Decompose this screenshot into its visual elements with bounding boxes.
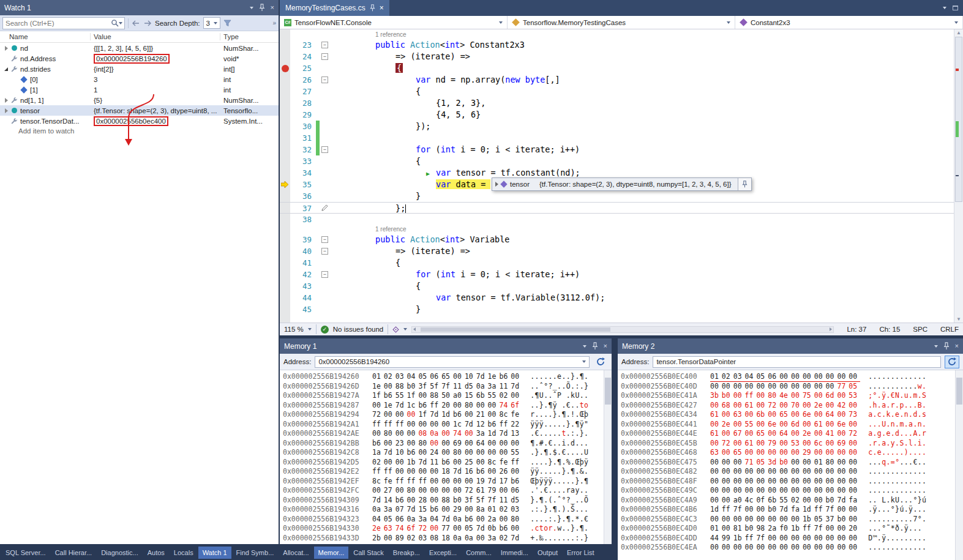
memory-bytes[interactable]: 7d14b600280088b03f5f7f11d5	[372, 496, 522, 506]
bottom-tab-autos[interactable]: Autos	[143, 547, 169, 559]
bottom-tab-call-hierar[interactable]: Call Hierar...	[51, 547, 97, 559]
glyph-margin[interactable]	[280, 257, 290, 269]
bottom-tab-breakp[interactable]: Breakp...	[389, 547, 424, 559]
scroll-left-icon[interactable]	[413, 327, 416, 331]
fold-collapse-icon[interactable]: −	[320, 74, 330, 86]
memory-bytes[interactable]: 63006500000000002900000000	[710, 448, 860, 458]
memory-bytes[interactable]: 00000000000000001b0537b000	[710, 515, 860, 525]
glyph-margin[interactable]	[280, 280, 290, 292]
scrollbar-thumb[interactable]	[605, 378, 611, 405]
bottom-tab-output[interactable]: Output	[533, 547, 562, 559]
code-line[interactable]: 31	[280, 132, 954, 144]
code-line[interactable]: 26−var nd = np.array(new byte[,]	[280, 74, 954, 86]
memory-bytes[interactable]: 0102030405066500107d1eb600	[372, 372, 522, 382]
watch-row[interactable]: [0]3int	[0, 74, 279, 84]
scroll-up-icon[interactable]: ▲	[956, 30, 961, 35]
watch-row-value[interactable]: 0x000002556B194260	[91, 54, 220, 64]
code-line[interactable]: 41{	[280, 257, 954, 269]
address-chevron-icon[interactable]	[582, 360, 586, 363]
insert-mode-indicator[interactable]: SPC	[913, 326, 927, 333]
memory-bytes[interactable]: ffff00000000187d16b6002600	[372, 467, 522, 477]
scrollbar-thumb[interactable]	[956, 378, 962, 405]
memory2-hex-view[interactable]: 0x000002556B0EC4000102030405060000000000…	[618, 370, 963, 560]
glyph-margin[interactable]	[280, 109, 290, 121]
fold-collapse-icon[interactable]: −	[320, 51, 330, 62]
editor-vertical-scrollbar[interactable]: ▲ ▼	[954, 29, 963, 323]
bottom-tab-excepti[interactable]: Excepti...	[425, 547, 461, 559]
code-line[interactable]: 36}	[280, 190, 954, 202]
watch-row-value[interactable]: 3	[91, 76, 220, 83]
scroll-right-icon[interactable]	[830, 327, 832, 331]
close-icon[interactable]: ×	[271, 4, 274, 11]
window-position-icon[interactable]	[934, 345, 938, 348]
tag-icon[interactable]	[392, 326, 399, 333]
memory-bytes[interactable]: b6002300800000690064000000	[372, 439, 522, 449]
fold-collapse-icon[interactable]: −	[320, 269, 330, 280]
glyph-margin[interactable]	[280, 132, 290, 144]
bottom-tab-sql-server[interactable]: SQL Server...	[1, 547, 50, 559]
breakpoint-icon[interactable]	[280, 62, 290, 74]
memory-bytes[interactable]: ffffff000000001c7d12b6ff22	[372, 420, 522, 430]
glyph-margin[interactable]	[280, 51, 290, 62]
address-input[interactable]: 0x000002556B194260	[315, 356, 590, 368]
watch-row-value[interactable]: {[[1, 2, 3], [4, 5, 6]]}	[91, 45, 220, 52]
code-line[interactable]: 37};	[280, 202, 954, 214]
refresh-icon[interactable]	[593, 356, 608, 368]
memory-bytes[interactable]: 1fb6551f008850a0156b550200	[372, 391, 522, 401]
run-to-here-icon[interactable]: ▶	[426, 168, 436, 179]
scroll-down-icon[interactable]: ▼	[956, 316, 961, 322]
glyph-margin[interactable]	[280, 144, 290, 155]
memory-bytes[interactable]: 1dff7f0000b07dfa1dff7f0000	[710, 505, 860, 515]
memory-bytes[interactable]: 00000000000000000000007705	[710, 382, 860, 392]
search-next-icon[interactable]	[143, 20, 152, 26]
glyph-margin[interactable]	[280, 203, 290, 213]
column-header-value[interactable]: Value	[91, 33, 220, 40]
code-line[interactable]: 33{	[280, 155, 954, 167]
search-icon[interactable]	[111, 19, 119, 27]
filter-icon[interactable]	[223, 20, 231, 27]
bottom-tab-locals[interactable]: Locals	[170, 547, 198, 559]
memory1-scrollbar[interactable]	[604, 370, 612, 544]
pin-icon[interactable]	[738, 178, 751, 190]
watch-row-value[interactable]: {tf.Tensor: shape=(2, 3), dtype=uint8, .…	[91, 107, 220, 114]
pin-icon[interactable]	[370, 4, 375, 12]
class-dropdown[interactable]: Tensorflow.MemoryTestingCases	[508, 16, 735, 29]
memory-bytes[interactable]: 0a3a077d15b60029008a010203	[372, 505, 522, 515]
memory-bytes[interactable]: 0072006100790053006c006900	[710, 439, 860, 449]
codelens-references[interactable]: 1 reference	[280, 225, 954, 234]
memory-bytes[interactable]: 610063006b0065006e00640073	[710, 410, 860, 420]
line-ending-indicator[interactable]: CRLF	[940, 326, 959, 333]
issues-status[interactable]: No issues found	[333, 326, 383, 333]
bottom-tab-watch-1[interactable]: Watch 1	[198, 547, 231, 559]
tree-expander-icon[interactable]	[2, 108, 10, 113]
memory-bytes[interactable]: 00000000000000000000000000	[710, 543, 860, 553]
watch-row[interactable]: nd[1, 1]{5}NumShar...	[0, 95, 279, 105]
memory-bytes[interactable]: 8cfeffffff00000000197d17b6	[372, 477, 522, 487]
glyph-margin[interactable]	[280, 292, 290, 304]
float-window-icon[interactable]	[953, 6, 958, 10]
watch-row[interactable]: nd{[[1, 2, 3], [4, 5, 6]]}NumShar...	[0, 43, 279, 53]
watch-row-value[interactable]: 1	[91, 86, 220, 94]
address-input[interactable]: tensor.TensorDataPointer	[653, 356, 941, 368]
column-header-type[interactable]: Type	[220, 33, 279, 40]
memory-bytes[interactable]: 00000000000000000000000000	[710, 467, 860, 477]
memory-bytes[interactable]: 1e0088b03f5f7f11d50a3a117d	[372, 382, 522, 392]
tree-expander-icon[interactable]	[2, 98, 10, 103]
project-dropdown[interactable]: C# TensorFlowNET.Console	[280, 16, 508, 29]
column-indicator[interactable]: Ch: 15	[879, 326, 900, 333]
code-line[interactable]: 39−public Action<int> Variable	[280, 234, 954, 245]
glyph-margin[interactable]	[280, 155, 290, 167]
glyph-margin[interactable]	[280, 245, 290, 257]
tab-list-chevron-icon[interactable]	[943, 7, 946, 9]
glyph-margin[interactable]	[280, 121, 290, 132]
close-icon[interactable]: ×	[380, 4, 384, 12]
watch-row-value[interactable]: 0x000002556b0ec400	[91, 116, 220, 126]
glyph-margin[interactable]	[280, 97, 290, 109]
code-line[interactable]: 43{	[280, 280, 954, 292]
memory-bytes[interactable]: 3bb000ff00804e0075006d0053	[710, 391, 860, 401]
glyph-margin[interactable]	[280, 86, 290, 97]
toolbar-overflow-icon[interactable]: »	[272, 20, 276, 26]
bottom-tab-error-list[interactable]: Error List	[563, 547, 599, 559]
glyph-margin[interactable]	[280, 269, 290, 280]
column-header-name[interactable]: Name	[0, 33, 91, 40]
